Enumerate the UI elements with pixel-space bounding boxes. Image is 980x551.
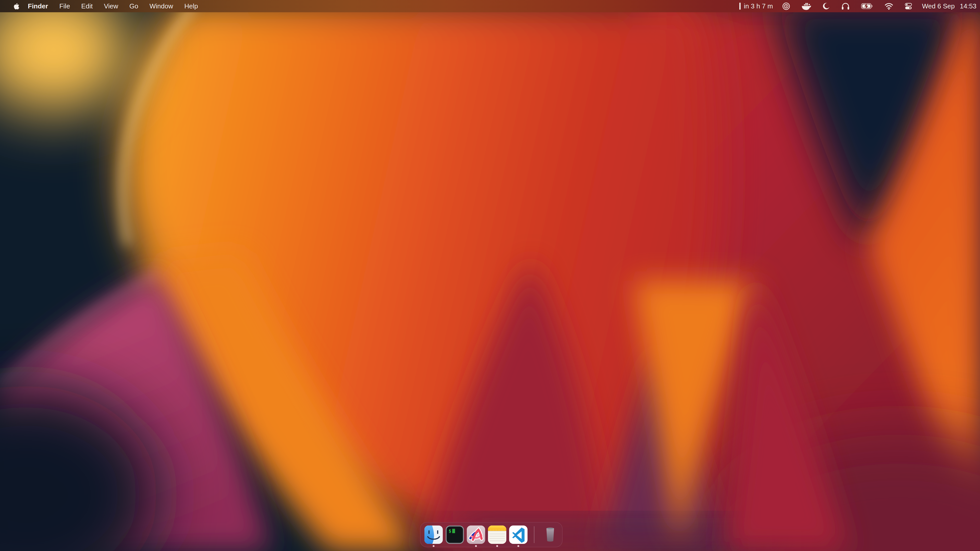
clock-time: 14:53 <box>960 2 977 10</box>
active-app-menu[interactable]: Finder <box>22 2 54 10</box>
running-indicator <box>433 545 434 547</box>
menu-edit[interactable]: Edit <box>76 2 98 10</box>
dock: $ <box>420 522 563 547</box>
arc-browser-icon <box>467 526 485 544</box>
running-indicator <box>496 545 498 547</box>
menu-window[interactable]: Window <box>144 2 179 10</box>
svg-text:$: $ <box>449 529 451 534</box>
menu-bar: Finder File Edit View Go Window Help in … <box>0 0 980 12</box>
1password-icon[interactable] <box>782 2 790 10</box>
finder-icon <box>425 526 443 544</box>
dock-item-trash[interactable] <box>541 526 556 544</box>
countdown-separator-bar[interactable] <box>739 3 741 10</box>
battery-charging-icon[interactable] <box>861 2 873 10</box>
dock-item-notes[interactable] <box>488 526 506 544</box>
running-indicator <box>475 545 477 547</box>
control-center-icon[interactable] <box>904 2 912 10</box>
focus-moon-icon[interactable] <box>822 2 830 10</box>
countdown-status-item[interactable]: in 3 h 7 m <box>744 2 773 10</box>
dock-item-arc[interactable] <box>467 526 485 544</box>
running-indicator <box>517 545 519 547</box>
clock-date: Wed 6 Sep <box>922 2 955 10</box>
apple-menu-icon[interactable] <box>13 2 20 10</box>
menu-file[interactable]: File <box>54 2 76 10</box>
menu-bar-left: Finder File Edit View Go Window Help <box>9 0 204 12</box>
menu-go[interactable]: Go <box>124 2 144 10</box>
headphones-icon[interactable] <box>841 2 850 10</box>
menubar-clock[interactable]: Wed 6 Sep 14:53 <box>922 2 977 10</box>
wifi-icon[interactable] <box>885 2 893 10</box>
menu-help[interactable]: Help <box>179 2 204 10</box>
vscode-icon <box>509 526 528 544</box>
wallpaper-art <box>0 0 980 551</box>
menu-bar-status-area: in 3 h 7 m <box>739 0 977 12</box>
desktop-wallpaper <box>0 0 980 551</box>
dock-separator <box>534 526 535 543</box>
dock-item-terminal[interactable]: $ <box>445 526 464 544</box>
status-icons <box>782 2 912 10</box>
terminal-icon: $ <box>445 526 464 544</box>
docker-icon[interactable] <box>801 2 811 10</box>
notes-icon <box>488 526 506 544</box>
dock-item-vscode[interactable] <box>509 526 528 544</box>
trash-icon <box>541 526 559 544</box>
dock-item-finder[interactable] <box>425 526 443 544</box>
menu-view[interactable]: View <box>98 2 124 10</box>
